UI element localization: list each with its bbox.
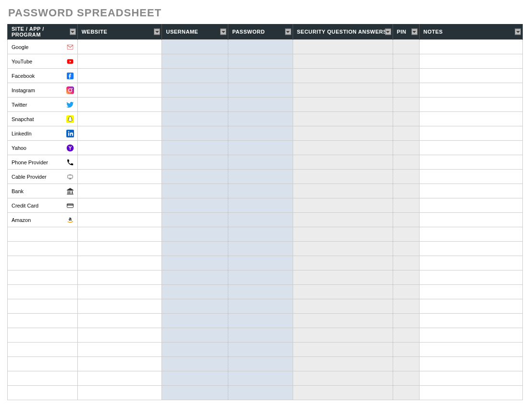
cell-pin[interactable] [393,386,419,400]
cell-pin[interactable] [393,285,419,299]
cell-username[interactable] [162,371,228,386]
cell-notes[interactable] [419,328,522,343]
cell-security[interactable] [293,343,393,357]
cell-security[interactable] [293,357,393,371]
cell-notes[interactable] [419,141,522,155]
cell-website[interactable] [77,256,162,270]
cell-pin[interactable] [393,371,419,386]
col-header-website[interactable]: WEBSITE [77,24,162,40]
filter-icon[interactable] [385,29,391,35]
cell-site[interactable]: Twitter [8,98,78,112]
cell-security[interactable] [293,242,393,256]
cell-notes[interactable] [419,314,522,328]
cell-security[interactable] [293,256,393,270]
cell-username[interactable] [162,98,228,112]
cell-website[interactable] [77,141,162,155]
filter-icon[interactable] [285,29,291,35]
filter-icon[interactable] [154,29,160,35]
cell-pin[interactable] [393,40,419,54]
cell-site[interactable] [8,371,78,386]
cell-username[interactable] [162,170,228,184]
cell-password[interactable] [228,299,293,314]
cell-pin[interactable] [393,343,419,357]
cell-site[interactable]: Credit Card [8,198,78,213]
cell-notes[interactable] [419,357,522,371]
cell-password[interactable] [228,198,293,213]
cell-username[interactable] [162,141,228,155]
cell-password[interactable] [228,357,293,371]
cell-website[interactable] [77,270,162,285]
cell-security[interactable] [293,314,393,328]
cell-username[interactable] [162,112,228,126]
cell-notes[interactable] [419,155,522,170]
cell-pin[interactable] [393,213,419,227]
cell-username[interactable] [162,343,228,357]
cell-notes[interactable] [419,270,522,285]
cell-site[interactable] [8,343,78,357]
cell-password[interactable] [228,155,293,170]
cell-pin[interactable] [393,242,419,256]
cell-notes[interactable] [419,112,522,126]
cell-site[interactable] [8,242,78,256]
cell-pin[interactable] [393,299,419,314]
cell-password[interactable] [228,270,293,285]
cell-security[interactable] [293,54,393,69]
cell-site[interactable] [8,270,78,285]
cell-notes[interactable] [419,299,522,314]
cell-notes[interactable] [419,98,522,112]
cell-notes[interactable] [419,371,522,386]
cell-username[interactable] [162,155,228,170]
cell-pin[interactable] [393,328,419,343]
col-header-pin[interactable]: PIN [393,24,419,40]
cell-website[interactable] [77,112,162,126]
cell-password[interactable] [228,40,293,54]
cell-security[interactable] [293,285,393,299]
filter-icon[interactable] [70,29,76,35]
cell-password[interactable] [228,170,293,184]
cell-username[interactable] [162,126,228,141]
cell-username[interactable] [162,386,228,400]
cell-website[interactable] [77,155,162,170]
cell-password[interactable] [228,242,293,256]
cell-username[interactable] [162,227,228,242]
cell-website[interactable] [77,357,162,371]
cell-pin[interactable] [393,270,419,285]
cell-username[interactable] [162,83,228,98]
cell-password[interactable] [228,285,293,299]
col-header-site[interactable]: SITE / APP / PROGRAM [8,24,78,40]
col-header-notes[interactable]: NOTES [419,24,522,40]
cell-pin[interactable] [393,141,419,155]
cell-password[interactable] [228,126,293,141]
cell-website[interactable] [77,285,162,299]
cell-site[interactable] [8,357,78,371]
cell-security[interactable] [293,184,393,198]
cell-username[interactable] [162,69,228,83]
cell-pin[interactable] [393,112,419,126]
cell-site[interactable]: Yahoo [8,141,78,155]
cell-website[interactable] [77,299,162,314]
cell-password[interactable] [228,141,293,155]
cell-security[interactable] [293,213,393,227]
cell-security[interactable] [293,69,393,83]
cell-pin[interactable] [393,155,419,170]
cell-notes[interactable] [419,256,522,270]
cell-username[interactable] [162,198,228,213]
cell-site[interactable]: Phone Provider [8,155,78,170]
cell-password[interactable] [228,314,293,328]
filter-icon[interactable] [220,29,226,35]
cell-pin[interactable] [393,83,419,98]
cell-website[interactable] [77,371,162,386]
cell-website[interactable] [77,227,162,242]
cell-username[interactable] [162,242,228,256]
cell-password[interactable] [228,112,293,126]
cell-username[interactable] [162,184,228,198]
cell-notes[interactable] [419,184,522,198]
cell-notes[interactable] [419,343,522,357]
cell-site[interactable]: Facebook [8,69,78,83]
cell-security[interactable] [293,299,393,314]
cell-pin[interactable] [393,227,419,242]
cell-username[interactable] [162,40,228,54]
cell-pin[interactable] [393,198,419,213]
cell-website[interactable] [77,242,162,256]
cell-site[interactable] [8,314,78,328]
